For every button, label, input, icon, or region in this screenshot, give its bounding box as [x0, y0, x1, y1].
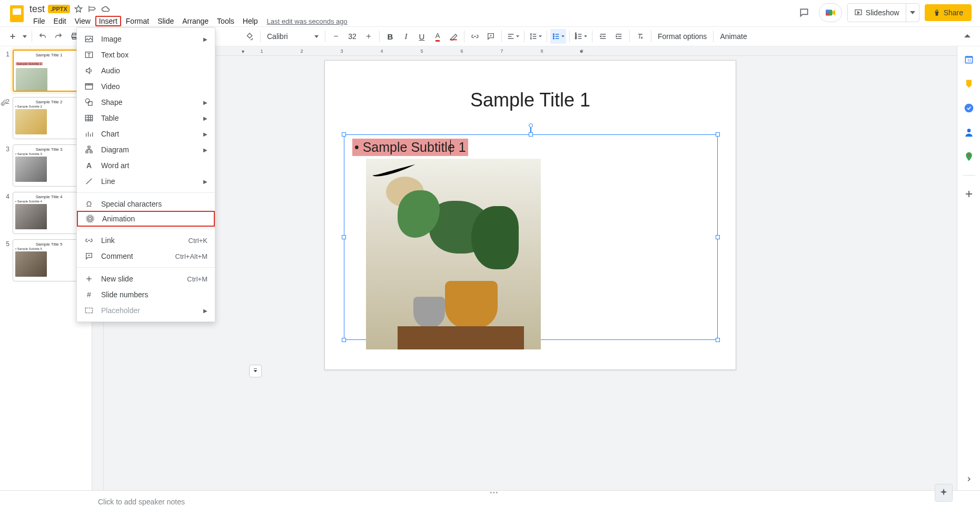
insert-animation[interactable]: Animation: [77, 211, 215, 227]
ruler-indent-right-icon[interactable]: ▾: [580, 48, 582, 54]
meet-button[interactable]: [819, 3, 842, 22]
redo-icon[interactable]: [51, 29, 66, 44]
italic-icon[interactable]: I: [399, 29, 413, 44]
slide-title[interactable]: Sample Title 1: [325, 89, 736, 111]
bold-icon[interactable]: B: [383, 29, 398, 44]
font-selector[interactable]: Calibri: [264, 32, 322, 41]
slide-canvas[interactable]: Sample Title 1 • Sample Subtitle 1: [324, 60, 736, 370]
star-icon[interactable]: [73, 4, 84, 14]
align-icon[interactable]: [505, 29, 521, 44]
underline-icon[interactable]: U: [414, 29, 429, 44]
slideshow-dropdown[interactable]: [906, 11, 919, 14]
menu-insert[interactable]: Insert: [95, 16, 121, 26]
menu-tools[interactable]: Tools: [213, 16, 238, 26]
toolbar-collapse-icon[interactable]: [960, 29, 975, 44]
link-icon[interactable]: [468, 29, 482, 44]
bulleted-list-icon[interactable]: [550, 29, 566, 44]
thumbnail[interactable]: Sample Title 4 • Sample Subtitle 4: [13, 192, 85, 234]
rotate-handle[interactable]: [529, 123, 533, 128]
menu-bar: File Edit View Insert Format Slide Arran…: [29, 15, 348, 27]
add-comment-icon[interactable]: [483, 29, 498, 44]
menu-help[interactable]: Help: [239, 16, 262, 26]
move-icon[interactable]: [87, 4, 97, 14]
thumbnail[interactable]: Sample Title 2 • Sample Subtitle 2: [13, 97, 85, 139]
menu-edit[interactable]: Edit: [50, 16, 70, 26]
slide-image[interactable]: [366, 159, 541, 349]
insert-comment[interactable]: CommentCtrl+Alt+M: [77, 248, 215, 264]
tasks-icon[interactable]: [963, 102, 975, 114]
thumbnail[interactable]: Sample Title 1 Sample Subtitle 1: [13, 50, 85, 92]
hide-sidepanel-icon[interactable]: [963, 473, 975, 485]
insert-placeholder: Placeholder▶: [77, 303, 215, 318]
insert-chart[interactable]: Chart▶: [77, 126, 215, 142]
resize-handle[interactable]: [716, 338, 720, 342]
indent-decrease-icon[interactable]: [596, 29, 610, 44]
insert-table[interactable]: Table▶: [77, 110, 215, 126]
resize-handle[interactable]: [529, 132, 533, 137]
insert-textbox[interactable]: Text box: [77, 47, 215, 63]
numbered-list-icon[interactable]: 123: [573, 29, 589, 44]
insert-line[interactable]: Line▶: [77, 173, 215, 189]
insert-video[interactable]: Video: [77, 79, 215, 94]
menu-format[interactable]: Format: [122, 16, 153, 26]
menu-slide[interactable]: Slide: [154, 16, 177, 26]
insert-wordart[interactable]: AWord art: [77, 158, 215, 173]
shape-icon: [84, 98, 94, 106]
notes-resize-handle[interactable]: •••: [490, 490, 503, 492]
font-size-value[interactable]: 32: [343, 32, 361, 41]
share-button[interactable]: Share: [925, 4, 972, 21]
slideshow-button[interactable]: Slideshow: [847, 3, 919, 22]
format-options-button[interactable]: Format options: [655, 32, 710, 41]
insert-new-slide[interactable]: New slideCtrl+M: [77, 271, 215, 287]
new-slide-dropdown-icon[interactable]: [21, 29, 28, 44]
animate-button[interactable]: Animate: [717, 32, 750, 41]
menu-arrange[interactable]: Arrange: [179, 16, 212, 26]
indent-increase-icon[interactable]: [611, 29, 626, 44]
highlight-icon[interactable]: [446, 29, 461, 44]
new-slide-button[interactable]: [5, 29, 20, 44]
menu-file[interactable]: File: [29, 16, 49, 26]
canvas-wrap: ▾ 1 2 3 4 5 6 7 8 9 ▾ Sample Title 1: [104, 46, 957, 490]
font-size-minus[interactable]: −: [329, 29, 343, 44]
plus-icon: [84, 275, 94, 283]
insert-audio[interactable]: Audio: [77, 63, 215, 79]
resize-handle[interactable]: [342, 235, 346, 239]
resize-handle[interactable]: [716, 235, 720, 239]
comment-history-icon[interactable]: [795, 3, 814, 22]
insert-shape[interactable]: Shape▶: [77, 94, 215, 110]
clear-formatting-icon[interactable]: [633, 29, 648, 44]
insert-diagram[interactable]: Diagram▶: [77, 142, 215, 158]
thumbnail[interactable]: Sample Title 5 • Sample Subtitle 5: [13, 239, 85, 281]
explore-button[interactable]: [935, 484, 953, 502]
calendar-icon[interactable]: 31: [963, 54, 975, 65]
insert-image[interactable]: Image▶: [77, 31, 215, 47]
insert-link[interactable]: LinkCtrl+K: [77, 232, 215, 248]
thumbnail[interactable]: Sample Title 3 • Sample Subtitle 3: [13, 144, 85, 187]
svg-point-9: [553, 34, 554, 35]
resize-handle[interactable]: [342, 338, 346, 342]
svg-point-18: [964, 104, 973, 113]
fill-color-icon[interactable]: [242, 29, 257, 44]
cloud-icon[interactable]: [101, 4, 111, 14]
add-addon-icon[interactable]: [963, 188, 975, 200]
collapse-toolbar-icon[interactable]: [249, 365, 262, 377]
keep-icon[interactable]: [963, 78, 975, 90]
insert-special-characters[interactable]: ΩSpecial characters: [77, 196, 215, 212]
resize-handle[interactable]: [342, 132, 346, 137]
speaker-notes[interactable]: ••• Click to add speaker notes: [0, 490, 980, 506]
resize-handle[interactable]: [716, 132, 720, 137]
menu-view[interactable]: View: [71, 16, 94, 26]
slide-subtitle[interactable]: • Sample Subtitle 1: [352, 139, 468, 156]
contacts-icon[interactable]: [963, 126, 975, 138]
svg-point-19: [967, 129, 971, 132]
undo-icon[interactable]: [35, 29, 50, 44]
slides-logo[interactable]: [6, 3, 27, 24]
ruler-indent-left-icon[interactable]: ▾: [242, 48, 244, 54]
maps-icon[interactable]: [963, 151, 975, 162]
insert-slide-numbers[interactable]: #Slide numbers: [77, 287, 215, 303]
doc-title[interactable]: test: [29, 4, 45, 15]
text-color-icon[interactable]: A: [430, 29, 445, 44]
line-spacing-icon[interactable]: [528, 29, 543, 44]
edit-info[interactable]: Last edit was seconds ago: [267, 17, 348, 25]
font-size-plus[interactable]: +: [361, 29, 376, 44]
